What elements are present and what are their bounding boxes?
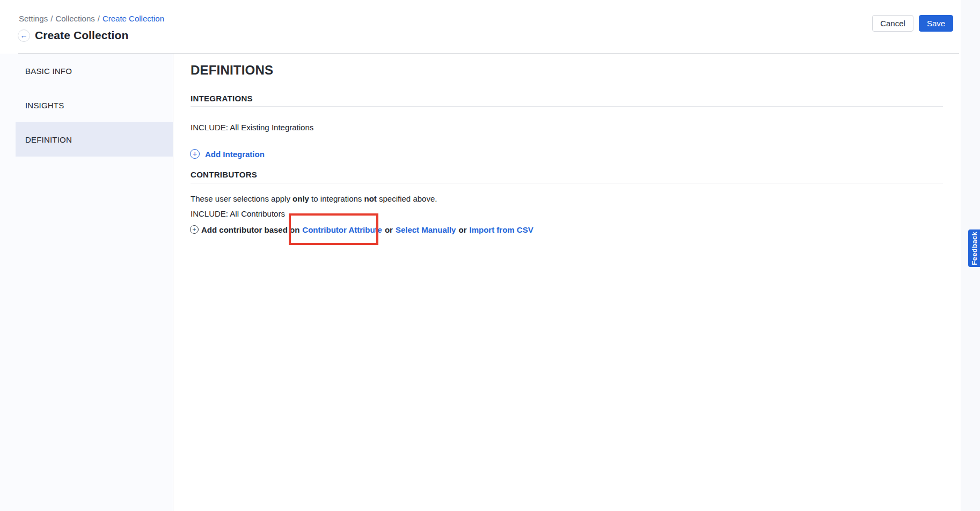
add-contributor-row: + Add contributor based on Contributor A… [190,224,533,235]
add-contributor-prefix: Add contributor based on [201,225,299,234]
or-text: or [385,225,393,234]
note-bold-not: not [364,194,377,203]
add-integration-link[interactable]: + Add Integration [190,149,265,159]
note-text: specified above. [377,194,437,203]
back-button[interactable]: ← [18,29,30,42]
sidebar-item-definition[interactable]: DEFINITION [16,122,173,157]
breadcrumb: Settings/Collections/Create Collection [19,13,164,24]
contributor-attribute-link[interactable]: Contributor Attribute [302,225,382,234]
note-bold-only: only [292,194,309,203]
cancel-button[interactable]: Cancel [872,15,913,32]
plus-circle-icon: + [190,149,200,159]
breadcrumb-settings[interactable]: Settings [19,14,48,23]
breadcrumb-separator: / [50,14,53,23]
integrations-include-line: INCLUDE: All Existing Integrations [191,122,313,133]
breadcrumb-create-collection[interactable]: Create Collection [103,14,164,23]
note-text: to integrations [309,194,364,203]
breadcrumb-collections[interactable]: Collections [55,14,94,23]
contributors-divider [191,183,943,183]
integrations-section-label: INTEGRATIONS [191,93,253,104]
plus-circle-icon: + [190,225,199,234]
import-from-csv-link[interactable]: Import from CSV [469,225,533,234]
sidebar: BASIC INFO INSIGHTS DEFINITION [0,54,173,511]
sidebar-item-basic-info[interactable]: BASIC INFO [0,54,173,88]
feedback-tab[interactable]: Feedback [968,229,980,267]
sidebar-item-insights[interactable]: INSIGHTS [0,88,173,122]
contributors-include-line: INCLUDE: All Contributors [191,209,285,219]
definitions-heading: DEFINITIONS [191,62,273,78]
add-integration-label: Add Integration [205,150,265,159]
integrations-divider [191,106,943,107]
contributors-section-label: CONTRIBUTORS [191,169,257,180]
breadcrumb-separator: / [98,14,100,23]
select-manually-link[interactable]: Select Manually [396,225,456,234]
save-button[interactable]: Save [919,15,953,32]
feedback-tab-label: Feedback [970,232,978,265]
or-text: or [458,225,466,234]
page-title: Create Collection [35,28,128,43]
main-content: DEFINITIONS INTEGRATIONS INCLUDE: All Ex… [173,54,961,511]
create-collection-page: Settings/Collections/Create Collection ←… [0,0,980,511]
contributors-note: These user selections apply only to inte… [191,194,437,204]
note-text: These user selections apply [191,194,292,203]
back-arrow-icon: ← [20,31,28,40]
